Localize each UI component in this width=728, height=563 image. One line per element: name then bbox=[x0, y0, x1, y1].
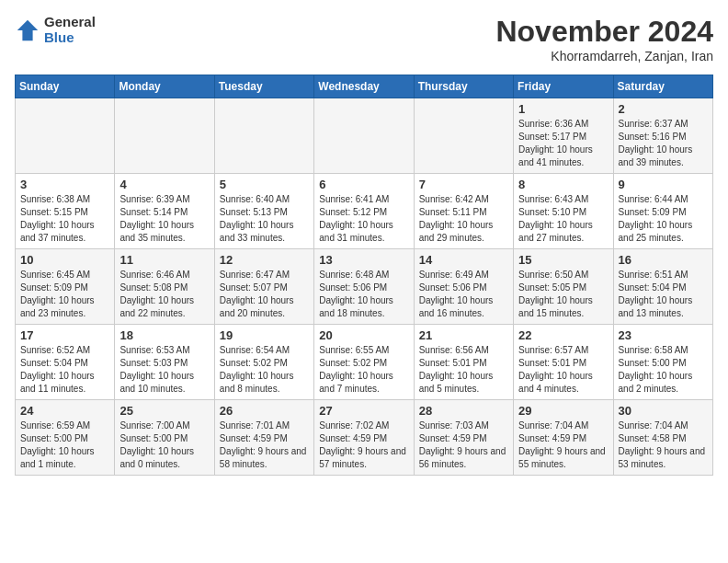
day-info: Sunrise: 6:42 AM Sunset: 5:11 PM Dayligh… bbox=[419, 193, 508, 245]
day-number: 6 bbox=[319, 178, 408, 191]
logo-general: General bbox=[44, 15, 96, 30]
calendar-cell bbox=[314, 98, 414, 174]
calendar-cell: 30Sunrise: 7:04 AM Sunset: 4:58 PM Dayli… bbox=[613, 400, 712, 476]
calendar-cell: 17Sunrise: 6:52 AM Sunset: 5:04 PM Dayli… bbox=[16, 325, 115, 400]
day-info: Sunrise: 6:52 AM Sunset: 5:04 PM Dayligh… bbox=[20, 344, 109, 396]
calendar-cell bbox=[16, 98, 115, 174]
calendar-cell: 20Sunrise: 6:55 AM Sunset: 5:02 PM Dayli… bbox=[314, 325, 414, 400]
day-number: 22 bbox=[518, 328, 608, 342]
day-number: 3 bbox=[20, 178, 109, 191]
calendar-table: Sunday Monday Tuesday Wednesday Thursday… bbox=[15, 75, 713, 476]
calendar-cell bbox=[414, 98, 513, 174]
day-number: 16 bbox=[619, 253, 708, 267]
day-info: Sunrise: 6:47 AM Sunset: 5:07 PM Dayligh… bbox=[220, 269, 309, 320]
day-number: 25 bbox=[119, 404, 209, 418]
calendar-cell: 27Sunrise: 7:02 AM Sunset: 4:59 PM Dayli… bbox=[314, 400, 414, 476]
page-header: General Blue November 2024 Khorramdarreh… bbox=[15, 15, 713, 63]
day-info: Sunrise: 7:03 AM Sunset: 4:59 PM Dayligh… bbox=[419, 419, 508, 471]
header-monday: Monday bbox=[115, 75, 214, 98]
day-number: 12 bbox=[220, 253, 309, 267]
calendar-cell: 5Sunrise: 6:40 AM Sunset: 5:13 PM Daylig… bbox=[214, 174, 313, 249]
header-friday: Friday bbox=[514, 75, 613, 98]
calendar-week-1: 1Sunrise: 6:36 AM Sunset: 5:17 PM Daylig… bbox=[16, 98, 713, 174]
calendar-cell: 25Sunrise: 7:00 AM Sunset: 5:00 PM Dayli… bbox=[115, 400, 214, 476]
calendar-cell: 14Sunrise: 6:49 AM Sunset: 5:06 PM Dayli… bbox=[414, 249, 513, 325]
day-info: Sunrise: 7:02 AM Sunset: 4:59 PM Dayligh… bbox=[319, 419, 408, 471]
day-number: 13 bbox=[319, 253, 408, 267]
calendar-body: 1Sunrise: 6:36 AM Sunset: 5:17 PM Daylig… bbox=[16, 98, 713, 476]
calendar-cell: 18Sunrise: 6:53 AM Sunset: 5:03 PM Dayli… bbox=[115, 325, 214, 400]
logo-text: General Blue bbox=[44, 15, 96, 45]
calendar-cell: 9Sunrise: 6:44 AM Sunset: 5:09 PM Daylig… bbox=[613, 174, 712, 249]
day-info: Sunrise: 7:04 AM Sunset: 4:58 PM Dayligh… bbox=[619, 419, 708, 471]
day-info: Sunrise: 6:45 AM Sunset: 5:09 PM Dayligh… bbox=[20, 269, 109, 320]
day-info: Sunrise: 6:50 AM Sunset: 5:05 PM Dayligh… bbox=[518, 269, 608, 320]
calendar-cell: 12Sunrise: 6:47 AM Sunset: 5:07 PM Dayli… bbox=[214, 249, 313, 325]
calendar-cell: 8Sunrise: 6:43 AM Sunset: 5:10 PM Daylig… bbox=[514, 174, 613, 249]
day-number: 15 bbox=[518, 253, 608, 267]
calendar-cell: 11Sunrise: 6:46 AM Sunset: 5:08 PM Dayli… bbox=[115, 249, 214, 325]
calendar-cell: 28Sunrise: 7:03 AM Sunset: 4:59 PM Dayli… bbox=[414, 400, 513, 476]
day-number: 18 bbox=[119, 328, 209, 342]
day-number: 21 bbox=[419, 328, 508, 342]
day-info: Sunrise: 6:59 AM Sunset: 5:00 PM Dayligh… bbox=[20, 419, 109, 471]
day-number: 27 bbox=[319, 404, 408, 418]
day-info: Sunrise: 6:51 AM Sunset: 5:04 PM Dayligh… bbox=[619, 269, 708, 320]
day-number: 29 bbox=[518, 404, 608, 418]
day-info: Sunrise: 6:37 AM Sunset: 5:16 PM Dayligh… bbox=[619, 118, 708, 169]
calendar-cell: 29Sunrise: 7:04 AM Sunset: 4:59 PM Dayli… bbox=[514, 400, 613, 476]
day-number: 11 bbox=[119, 253, 209, 267]
day-info: Sunrise: 6:57 AM Sunset: 5:01 PM Dayligh… bbox=[518, 344, 608, 396]
day-info: Sunrise: 6:41 AM Sunset: 5:12 PM Dayligh… bbox=[319, 193, 408, 245]
calendar-cell: 7Sunrise: 6:42 AM Sunset: 5:11 PM Daylig… bbox=[414, 174, 513, 249]
calendar-cell: 24Sunrise: 6:59 AM Sunset: 5:00 PM Dayli… bbox=[16, 400, 115, 476]
calendar-week-4: 17Sunrise: 6:52 AM Sunset: 5:04 PM Dayli… bbox=[16, 325, 713, 400]
calendar-week-5: 24Sunrise: 6:59 AM Sunset: 5:00 PM Dayli… bbox=[16, 400, 713, 476]
day-info: Sunrise: 6:55 AM Sunset: 5:02 PM Dayligh… bbox=[319, 344, 408, 396]
calendar-cell: 15Sunrise: 6:50 AM Sunset: 5:05 PM Dayli… bbox=[514, 249, 613, 325]
calendar-cell: 22Sunrise: 6:57 AM Sunset: 5:01 PM Dayli… bbox=[514, 325, 613, 400]
calendar-cell: 23Sunrise: 6:58 AM Sunset: 5:00 PM Dayli… bbox=[613, 325, 712, 400]
calendar-cell: 6Sunrise: 6:41 AM Sunset: 5:12 PM Daylig… bbox=[314, 174, 414, 249]
calendar-cell: 21Sunrise: 6:56 AM Sunset: 5:01 PM Dayli… bbox=[414, 325, 513, 400]
day-info: Sunrise: 6:38 AM Sunset: 5:15 PM Dayligh… bbox=[20, 193, 109, 245]
day-number: 26 bbox=[220, 404, 309, 418]
day-number: 24 bbox=[20, 404, 109, 418]
calendar-cell: 2Sunrise: 6:37 AM Sunset: 5:16 PM Daylig… bbox=[613, 98, 712, 174]
calendar-header: Sunday Monday Tuesday Wednesday Thursday… bbox=[16, 75, 713, 98]
calendar-cell: 19Sunrise: 6:54 AM Sunset: 5:02 PM Dayli… bbox=[214, 325, 313, 400]
header-thursday: Thursday bbox=[414, 75, 513, 98]
day-number: 10 bbox=[20, 253, 109, 267]
day-info: Sunrise: 6:40 AM Sunset: 5:13 PM Dayligh… bbox=[220, 193, 309, 245]
logo: General Blue bbox=[15, 15, 96, 45]
day-number: 14 bbox=[419, 253, 508, 267]
calendar-cell: 16Sunrise: 6:51 AM Sunset: 5:04 PM Dayli… bbox=[613, 249, 712, 325]
calendar-cell bbox=[214, 98, 313, 174]
day-info: Sunrise: 6:39 AM Sunset: 5:14 PM Dayligh… bbox=[119, 193, 209, 245]
header-wednesday: Wednesday bbox=[314, 75, 414, 98]
header-sunday: Sunday bbox=[16, 75, 115, 98]
day-info: Sunrise: 6:43 AM Sunset: 5:10 PM Dayligh… bbox=[518, 193, 608, 245]
day-number: 8 bbox=[518, 178, 608, 191]
header-row: Sunday Monday Tuesday Wednesday Thursday… bbox=[16, 75, 713, 98]
svg-marker-0 bbox=[17, 19, 38, 40]
calendar-cell: 13Sunrise: 6:48 AM Sunset: 5:06 PM Dayli… bbox=[314, 249, 414, 325]
day-number: 28 bbox=[419, 404, 508, 418]
day-info: Sunrise: 6:46 AM Sunset: 5:08 PM Dayligh… bbox=[119, 269, 209, 320]
day-info: Sunrise: 7:00 AM Sunset: 5:00 PM Dayligh… bbox=[119, 419, 209, 471]
day-info: Sunrise: 6:58 AM Sunset: 5:00 PM Dayligh… bbox=[619, 344, 708, 396]
main-title: November 2024 bbox=[495, 15, 713, 49]
day-number: 7 bbox=[419, 178, 508, 191]
day-number: 30 bbox=[619, 404, 708, 418]
calendar-cell: 3Sunrise: 6:38 AM Sunset: 5:15 PM Daylig… bbox=[16, 174, 115, 249]
day-number: 17 bbox=[20, 328, 109, 342]
day-number: 23 bbox=[619, 328, 708, 342]
day-number: 5 bbox=[220, 178, 309, 191]
day-number: 2 bbox=[619, 102, 708, 116]
calendar-week-3: 10Sunrise: 6:45 AM Sunset: 5:09 PM Dayli… bbox=[16, 249, 713, 325]
logo-blue: Blue bbox=[44, 30, 96, 46]
day-number: 9 bbox=[619, 178, 708, 191]
day-info: Sunrise: 6:44 AM Sunset: 5:09 PM Dayligh… bbox=[619, 193, 708, 245]
day-info: Sunrise: 6:49 AM Sunset: 5:06 PM Dayligh… bbox=[419, 269, 508, 320]
calendar-cell: 10Sunrise: 6:45 AM Sunset: 5:09 PM Dayli… bbox=[16, 249, 115, 325]
